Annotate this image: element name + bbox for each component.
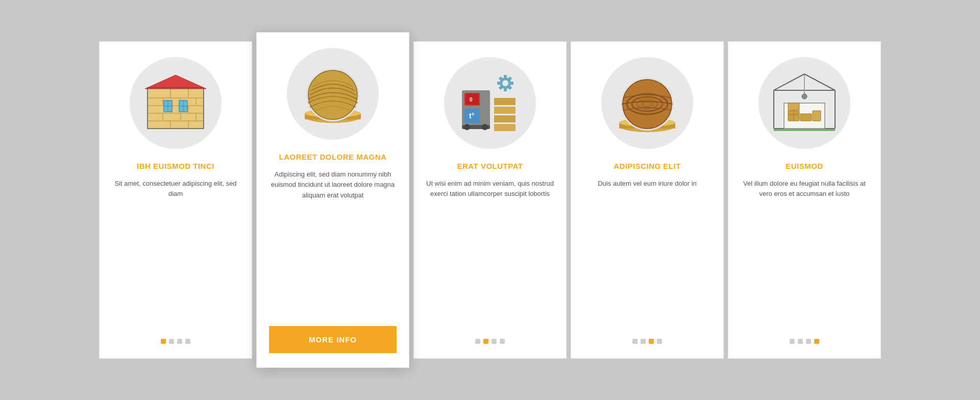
cards-container: IBH EUISMOD TINCISit amet, consectetuer …: [82, 41, 898, 359]
card-dots-5: [790, 339, 819, 344]
card-title-3: ERAT VOLUTPAT: [457, 161, 523, 171]
dot-4: [500, 339, 505, 344]
card-dots-4: [632, 339, 662, 344]
svg-rect-35: [497, 82, 501, 85]
card-dots-3: [475, 339, 505, 344]
svg-rect-34: [504, 87, 507, 91]
dot-3: [177, 339, 182, 344]
svg-rect-48: [494, 107, 516, 114]
card-2: LAOREET DOLORE MAGNAAdipiscing elit, sed…: [256, 32, 409, 368]
dot-1: [161, 339, 166, 344]
svg-point-53: [482, 124, 488, 130]
svg-text:t°: t°: [469, 112, 474, 120]
dot-4: [657, 339, 662, 344]
dot-2: [169, 339, 174, 344]
card-3: 0 t° ERAT VOLUTPATUt wisi enim ad minim …: [413, 41, 567, 359]
dot-2: [641, 339, 646, 344]
svg-rect-0: [148, 88, 204, 129]
card-title-4: ADIPISCING ELIT: [614, 161, 681, 171]
card-5: EUISMODVel illum dolore eu feugiat nulla…: [728, 41, 881, 359]
svg-point-52: [464, 124, 470, 130]
svg-rect-49: [494, 115, 516, 122]
card-title-1: IBH EUISMOD TINCI: [137, 161, 214, 171]
svg-rect-71: [800, 114, 812, 121]
more-info-button[interactable]: MORE INFO: [269, 326, 397, 353]
card-icon-circle-2: [287, 48, 379, 140]
card-1: IBH EUISMOD TINCISit amet, consectetuer …: [99, 41, 252, 359]
dot-2: [483, 339, 488, 344]
svg-marker-17: [145, 75, 206, 89]
card-body-2: Adipiscing elit, sed diam nonummy nibh e…: [269, 169, 397, 315]
card-icon-circle-3: 0 t°: [444, 57, 536, 149]
dot-3: [649, 339, 654, 344]
dot-4: [185, 339, 190, 344]
dot-2: [798, 339, 803, 344]
card-icon-circle-5: [758, 57, 850, 149]
card-title-2: LAOREET DOLORE MAGNA: [279, 152, 387, 162]
card-title-5: EUISMOD: [786, 161, 823, 171]
svg-rect-47: [494, 98, 516, 105]
card-icon-circle-1: [130, 57, 222, 149]
svg-rect-36: [509, 82, 513, 85]
dot-1: [475, 339, 480, 344]
svg-rect-50: [494, 124, 516, 131]
dot-3: [806, 339, 811, 344]
dot-3: [492, 339, 497, 344]
card-body-4: Duis autem vel eum iriure dolor in: [598, 179, 697, 328]
svg-point-76: [802, 94, 807, 99]
card-4: ADIPISCING ELITDuis autem vel eum iriure…: [571, 41, 724, 359]
card-icon-circle-4: [601, 57, 693, 149]
svg-text:0: 0: [470, 97, 473, 103]
card-body-1: Sit amet, consectetuer adipiscing elit, …: [112, 179, 239, 328]
svg-rect-72: [813, 111, 821, 121]
dot-4: [814, 339, 819, 344]
svg-rect-33: [504, 75, 507, 79]
card-body-3: Ut wisi enim ad minim veniam, quis nostr…: [426, 179, 554, 328]
card-dots-1: [161, 339, 190, 344]
dot-1: [632, 339, 638, 344]
card-body-5: Vel illum dolore eu feugiat nulla facili…: [741, 179, 868, 328]
svg-point-32: [502, 80, 508, 86]
dot-1: [790, 339, 795, 344]
svg-rect-70: [788, 103, 799, 110]
